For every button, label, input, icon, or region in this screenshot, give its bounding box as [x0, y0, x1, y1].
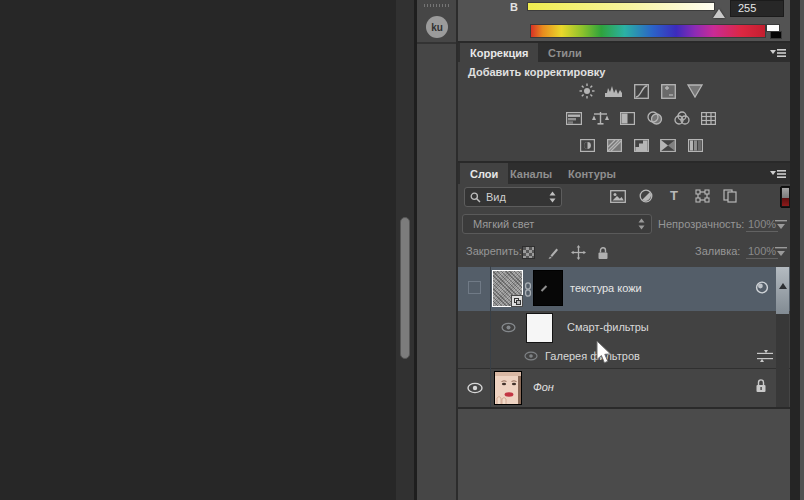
- smart-objects-filter-icon[interactable]: [722, 188, 738, 204]
- layer-row-smart-filters[interactable]: Смарт-фильтры: [458, 311, 790, 344]
- toggle-knob: [782, 188, 789, 198]
- layer-row-filter-gallery[interactable]: Галерея фильтров: [458, 344, 790, 368]
- adjustments-panel: Добавить корректировку: [458, 62, 790, 161]
- smart-object-badge-icon: [511, 295, 523, 307]
- vibrance-icon[interactable]: [686, 83, 704, 99]
- eye-icon[interactable]: [467, 382, 483, 394]
- tab-layers-label: Слои: [470, 168, 498, 180]
- exposure-icon[interactable]: [659, 83, 677, 99]
- adjustment-icon-row: [492, 110, 790, 126]
- threshold-icon[interactable]: [632, 137, 650, 153]
- adjustment-icon-row: [492, 137, 790, 153]
- layer-type-filters: T: [610, 188, 738, 204]
- tab-paths[interactable]: Контуры: [558, 163, 626, 184]
- panel-menu-icon[interactable]: [770, 169, 786, 179]
- tab-channels[interactable]: Каналы: [500, 163, 562, 184]
- color-spectrum-ramp[interactable]: [530, 24, 766, 38]
- background-layer-name[interactable]: Фон: [533, 381, 554, 393]
- gradient-map-icon[interactable]: [659, 137, 677, 153]
- adjustments-tabbar: Коррекция Стили: [458, 43, 790, 62]
- layer-filter-row: Вид T: [458, 184, 790, 211]
- curves-icon[interactable]: [632, 83, 650, 99]
- black-white-icon[interactable]: [619, 110, 637, 126]
- eye-icon[interactable]: [524, 351, 538, 361]
- opacity-dropdown-icon[interactable]: [774, 219, 788, 231]
- brightness-contrast-icon[interactable]: [578, 83, 596, 99]
- mouse-cursor: [596, 341, 615, 367]
- eye-column-divider: [490, 266, 491, 407]
- levels-icon[interactable]: [605, 83, 623, 99]
- adjustment-layers-filter-icon[interactable]: [638, 188, 654, 204]
- eye-icon[interactable]: [501, 322, 516, 333]
- lock-transparency-icon[interactable]: [522, 246, 535, 259]
- lock-position-icon[interactable]: [571, 245, 586, 260]
- tab-paths-label: Контуры: [568, 168, 616, 180]
- black-swatch[interactable]: [770, 31, 782, 39]
- spinner-icon: [549, 191, 556, 203]
- opacity-label: Непрозрачность:: [658, 218, 744, 230]
- tab-styles[interactable]: Стили: [538, 43, 592, 62]
- adjustment-icon-grid: [458, 83, 790, 164]
- fill-dropdown-icon[interactable]: [774, 246, 788, 258]
- selective-color-icon[interactable]: [686, 137, 704, 153]
- search-icon: [470, 192, 481, 203]
- blend-mode-value: Мягкий свет: [473, 218, 638, 230]
- brightness-slider-handle[interactable]: [713, 9, 725, 18]
- color-lookup-icon[interactable]: [700, 110, 718, 126]
- lock-paint-brush-icon[interactable]: [546, 246, 560, 260]
- brightness-value-field[interactable]: 255: [730, 0, 784, 17]
- posterize-icon[interactable]: [605, 137, 623, 153]
- tab-channels-label: Каналы: [510, 168, 552, 180]
- filter-gallery-label[interactable]: Галерея фильтров: [545, 350, 640, 362]
- add-adjustment-header: Добавить корректировку: [468, 66, 605, 78]
- smart-filter-indicator-icon[interactable]: [754, 280, 770, 295]
- filter-blending-options-icon[interactable]: [757, 350, 773, 362]
- visibility-checkbox-empty[interactable]: [468, 281, 481, 294]
- layers-list: текстура кожи Смарт-фильтры: [458, 266, 790, 408]
- document-scrollbar-thumb[interactable]: [400, 217, 410, 359]
- tab-styles-label: Стили: [548, 47, 582, 59]
- type-layers-filter-icon[interactable]: T: [666, 188, 682, 204]
- fill-label: Заливка:: [695, 245, 740, 257]
- layers-scrollbar-track[interactable]: [776, 267, 789, 407]
- blend-mode-combo[interactable]: Мягкий свет: [462, 214, 652, 234]
- window-edge: [800, 0, 804, 500]
- layers-scrollbar-thumb[interactable]: [776, 267, 789, 314]
- avatar[interactable]: ku: [426, 16, 448, 38]
- lock-row: Закрепить: Заливка: 100%: [458, 238, 790, 266]
- panel-menu-icon[interactable]: [770, 48, 786, 58]
- panel-dock: B 255 Коррекция Стили Добавить корректир…: [458, 0, 790, 500]
- blend-mode-row: Мягкий свет Непрозрачность: 100%: [458, 211, 790, 238]
- filter-kind-combo[interactable]: Вид: [464, 187, 562, 207]
- smart-filters-label[interactable]: Смарт-фильтры: [567, 321, 649, 333]
- layer-thumbnail[interactable]: [492, 270, 523, 307]
- layer-row-background[interactable]: Фон: [458, 369, 790, 407]
- divider: [417, 42, 456, 44]
- filter-mask-thumbnail[interactable]: [526, 313, 553, 343]
- shape-layers-filter-icon[interactable]: [694, 188, 710, 204]
- dock-gutter: [790, 0, 800, 500]
- photo-filter-icon[interactable]: [646, 110, 664, 126]
- background-thumbnail[interactable]: [494, 371, 522, 405]
- mask-paint-mark: [541, 285, 547, 291]
- channel-mixer-icon[interactable]: [673, 110, 691, 126]
- color-panel: B 255: [458, 0, 790, 41]
- tab-adjustments[interactable]: Коррекция: [460, 43, 538, 62]
- layer-name[interactable]: текстура кожи: [570, 282, 642, 294]
- pixel-layers-filter-icon[interactable]: [610, 188, 626, 204]
- panel-grip-dots[interactable]: [424, 4, 451, 7]
- hue-saturation-icon[interactable]: [565, 110, 583, 126]
- layer-row-texture[interactable]: текстура кожи: [458, 267, 790, 311]
- color-balance-icon[interactable]: [592, 110, 610, 126]
- layers-tabbar: Слои Каналы Контуры: [458, 163, 790, 184]
- lock-all-icon[interactable]: [597, 246, 609, 260]
- spinner-icon: [638, 218, 645, 230]
- toggle-red-indicator: [782, 198, 789, 206]
- scroll-up-arrow-icon[interactable]: [779, 283, 787, 289]
- adjustment-icon-row: [492, 83, 790, 99]
- invert-icon[interactable]: [578, 137, 596, 153]
- lock-label: Закрепить:: [466, 245, 522, 257]
- photoshop-window: ku B 255 Коррекция Стили: [0, 0, 804, 500]
- layer-mask-thumbnail[interactable]: [533, 270, 563, 306]
- brightness-slider-track[interactable]: [527, 2, 715, 11]
